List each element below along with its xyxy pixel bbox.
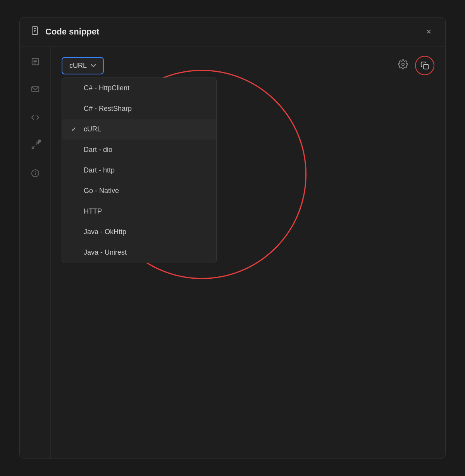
- selected-language-label: cURL: [69, 62, 87, 70]
- chevron-down-icon: [91, 62, 96, 69]
- dropdown-menu: C# - HttpClient C# - RestSharp ✓ cURL Da…: [62, 78, 217, 263]
- close-button[interactable]: ×: [423, 26, 434, 38]
- dropdown-item-java-okhttp[interactable]: Java - OkHttp: [62, 222, 216, 242]
- dropdown-item-csharp-restsharp[interactable]: C# - RestSharp: [62, 98, 216, 119]
- sidebar-icon-document[interactable]: [28, 54, 43, 71]
- document-icon: [31, 26, 40, 38]
- dropdown-item-label: Go - Native: [84, 187, 119, 195]
- dropdown-item-dart-http[interactable]: Dart - http: [62, 160, 216, 181]
- svg-point-14: [402, 63, 405, 66]
- dropdown-item-java-unirest[interactable]: Java - Unirest: [62, 242, 216, 263]
- dropdown-item-csharp-httpclient[interactable]: C# - HttpClient: [62, 78, 216, 98]
- sidebar-icon-info[interactable]: [28, 166, 43, 183]
- copy-button[interactable]: [415, 56, 434, 75]
- dropdown-item-label: C# - HttpClient: [84, 84, 129, 92]
- dropdown-item-label: Java - Unirest: [84, 248, 127, 257]
- svg-line-9: [36, 142, 38, 145]
- notification-dot: [38, 140, 41, 143]
- dropdown-item-dart-dio[interactable]: Dart - dio: [62, 140, 216, 160]
- dropdown-item-label: Java - OkHttp: [84, 228, 126, 236]
- toolbar: cURL: [62, 56, 434, 75]
- dropdown-item-label: Dart - dio: [84, 146, 112, 154]
- settings-button[interactable]: [396, 57, 410, 74]
- dropdown-item-label: HTTP: [84, 207, 102, 216]
- svg-line-10: [32, 146, 34, 148]
- sidebar-icon-code[interactable]: [28, 110, 43, 127]
- dialog-body: cURL: [20, 47, 445, 459]
- dropdown-item-label: C# - RestSharp: [84, 105, 132, 113]
- dropdown-item-curl[interactable]: ✓ cURL: [62, 119, 216, 140]
- dialog-header: Code snippet ×: [20, 17, 445, 47]
- svg-rect-15: [424, 64, 428, 69]
- dropdown-item-go-native[interactable]: Go - Native: [62, 181, 216, 201]
- language-selector-button[interactable]: cURL: [62, 57, 104, 74]
- dropdown-item-label: cURL: [84, 125, 101, 133]
- main-content: cURL: [51, 47, 445, 459]
- code-snippet-dialog: Code snippet ×: [19, 17, 446, 459]
- checkmark-icon: ✓: [71, 126, 79, 133]
- dropdown-item-http[interactable]: HTTP: [62, 201, 216, 222]
- sidebar: [20, 47, 51, 459]
- toolbar-actions: [396, 56, 434, 75]
- dropdown-item-label: Dart - http: [84, 166, 115, 174]
- sidebar-icon-expand[interactable]: [28, 138, 43, 155]
- sidebar-icon-message[interactable]: [28, 82, 43, 99]
- dialog-title: Code snippet: [45, 27, 418, 37]
